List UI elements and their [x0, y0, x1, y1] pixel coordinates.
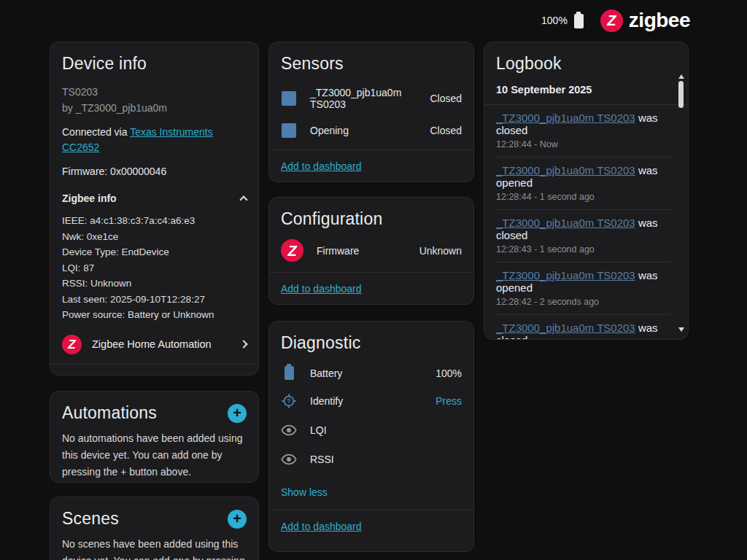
identify-icon: ?: [281, 393, 297, 409]
config-state: Unknown: [419, 245, 462, 257]
sensors-title: Sensors: [281, 54, 462, 74]
window-sensor-icon: [282, 91, 296, 106]
automations-card: Automations + No automations have been a…: [50, 391, 259, 483]
scenes-card: Scenes + No scenes have been added using…: [50, 497, 259, 560]
dots-vertical-icon[interactable]: ⋮: [227, 373, 247, 376]
zigbee-detail-lqi: LQI: 87: [62, 260, 247, 276]
logbook-entity-link[interactable]: _TZ3000_pjb1ua0m TS0203: [496, 322, 635, 334]
svg-text:?: ?: [287, 397, 291, 405]
device-manufacturer: by _TZ3000_pjb1ua0m: [62, 100, 247, 116]
zigbee-detail-rssi: RSSI: Unknown: [62, 276, 247, 292]
device-firmware-line: Firmware: 0x00000046: [62, 164, 247, 179]
scenes-title: Scenes: [62, 509, 119, 529]
connected-via-prefix: Connected via: [62, 126, 130, 138]
add-automation-button[interactable]: +: [228, 404, 247, 423]
integration-row[interactable]: Z Zigbee Home Automation: [62, 335, 247, 354]
scrollbar-down-arrow-icon[interactable]: [678, 327, 684, 332]
zigbee-detail-nwk: Nwk: 0xe1ce: [62, 229, 247, 245]
logbook-entity-link[interactable]: _TZ3000_pjb1ua0m TS0203: [496, 164, 635, 176]
diagnostic-name: Battery: [310, 368, 422, 379]
sensor-row-opening[interactable]: Opening Closed: [281, 123, 462, 138]
logbook-entry: _TZ3000_pjb1ua0m TS0203 was closed 12:28…: [496, 105, 670, 157]
battery-icon: [574, 14, 584, 28]
logbook-entity-link[interactable]: _TZ3000_pjb1ua0m TS0203: [496, 217, 635, 229]
sensors-card: Sensors _TZ3000_pjb1ua0m TS0203 Closed O…: [268, 42, 474, 182]
zigbee-detail-power-source: Power source: Battery or Unknown: [62, 307, 247, 323]
eye-icon: [281, 422, 297, 438]
add-scene-button[interactable]: +: [228, 510, 247, 529]
device-info-title: Device info: [62, 54, 247, 74]
zigbee-logo-icon: Z: [600, 9, 623, 32]
config-row-firmware[interactable]: Z Firmware Unknown: [281, 239, 462, 262]
device-info-card: Device info TS0203 by _TZ3000_pjb1ua0m C…: [50, 42, 259, 376]
zigbee-detail-last-seen: Last seen: 2025-09-10T12:28:27: [62, 292, 247, 308]
zigbee-info-header[interactable]: Zigbee info: [62, 192, 247, 204]
reconfigure-button[interactable]: Reconfigure: [62, 375, 137, 376]
chevron-right-icon: [239, 340, 247, 348]
diagnostic-name: LQI: [310, 424, 449, 436]
zigbee-detail-device-type: Device Type: EndDevice: [62, 244, 247, 260]
diagnostic-card: Diagnostic Battery 100% ?: [268, 321, 474, 552]
battery-icon: [285, 366, 294, 380]
logbook-entity-link[interactable]: _TZ3000_pjb1ua0m TS0203: [496, 112, 635, 124]
sensors-add-to-dashboard-link[interactable]: Add to dashboard: [269, 150, 473, 182]
device-model: TS0203: [62, 84, 247, 100]
diagnostic-row-identify[interactable]: ? Identify Press: [281, 393, 462, 409]
sensor-row-contact[interactable]: _TZ3000_pjb1ua0m TS0203 Closed: [281, 87, 462, 110]
scenes-empty-text: No scenes have been added using this dev…: [62, 536, 247, 560]
sensor-name: Opening: [310, 125, 417, 136]
logbook-date-header: 10 September 2025: [496, 84, 670, 96]
diagnostic-row-rssi[interactable]: RSSI: [281, 451, 462, 467]
chevron-up-icon[interactable]: [239, 195, 247, 203]
zha-logo-icon: Z: [62, 335, 82, 354]
window-sensor-icon: [282, 123, 296, 138]
zha-logo-icon: Z: [281, 239, 303, 262]
config-name: Firmware: [317, 245, 406, 257]
integration-label: Zigbee Home Automation: [92, 338, 231, 350]
diagnostic-row-battery[interactable]: Battery 100%: [281, 366, 462, 380]
configuration-title: Configuration: [281, 209, 462, 229]
topbar: 100% Z zigbee: [541, 9, 690, 32]
show-less-link[interactable]: Show less: [281, 486, 462, 498]
diagnostic-name: Identify: [310, 395, 422, 407]
logbook-entry: _TZ3000_pjb1ua0m TS0203 was opened 12:28…: [496, 158, 670, 209]
logbook-entry: _TZ3000_pjb1ua0m TS0203 was closed 12:28…: [496, 315, 670, 340]
automations-empty-text: No automations have been added using thi…: [62, 430, 247, 481]
logbook-entry: _TZ3000_pjb1ua0m TS0203 was closed 12:28…: [496, 210, 670, 262]
logbook-card: Logbook 10 September 2025 _TZ3000_pjb1ua…: [484, 42, 689, 340]
configuration-add-to-dashboard-link[interactable]: Add to dashboard: [269, 273, 473, 305]
diagnostic-title: Diagnostic: [281, 333, 462, 353]
logbook-time: 12:28:42 - 2 seconds ago: [496, 297, 670, 307]
configuration-card: Configuration Z Firmware Unknown Add to …: [268, 197, 474, 305]
logbook-time: 12:28:44 - 1 second ago: [496, 192, 670, 202]
gear-icon: [62, 375, 76, 376]
sensor-name: _TZ3000_pjb1ua0m TS0203: [310, 87, 417, 110]
logbook-time: 12:28:43 - 1 second ago: [496, 244, 670, 254]
diagnostic-add-to-dashboard-link[interactable]: Add to dashboard: [269, 510, 473, 542]
automations-title: Automations: [62, 403, 157, 423]
diagnostic-state: 100%: [436, 368, 462, 379]
scrollbar-up-arrow-icon[interactable]: [678, 74, 684, 79]
zigbee-brand-name: zigbee: [629, 9, 690, 32]
logbook-entry: _TZ3000_pjb1ua0m TS0203 was opened 12:28…: [496, 262, 670, 314]
connected-via-line: Connected via Texas Instruments CC2652: [62, 125, 247, 155]
logbook-entity-link[interactable]: _TZ3000_pjb1ua0m TS0203: [496, 269, 635, 281]
zigbee-brand: Z zigbee: [600, 9, 690, 32]
zigbee-info-title: Zigbee info: [62, 192, 117, 204]
zigbee-detail-ieee: IEEE: a4:c1:38:c3:7a:c4:a6:e3: [62, 213, 247, 229]
diagnostic-name: RSSI: [310, 454, 449, 465]
sensor-state: Closed: [430, 93, 462, 104]
identify-press-button[interactable]: Press: [436, 395, 462, 407]
sensor-state: Closed: [430, 125, 462, 136]
eye-icon: [281, 451, 297, 467]
battery-percent-label: 100%: [541, 15, 568, 26]
logbook-scrollbar[interactable]: [678, 74, 686, 335]
scrollbar-thumb[interactable]: [678, 81, 684, 108]
diagnostic-row-lqi[interactable]: LQI: [281, 422, 462, 438]
logbook-title: Logbook: [496, 54, 670, 74]
device-page: 100% Z zigbee Device info TS0203 by _TZ3…: [0, 0, 747, 560]
logbook-time: 12:28:44 - Now: [496, 139, 670, 149]
